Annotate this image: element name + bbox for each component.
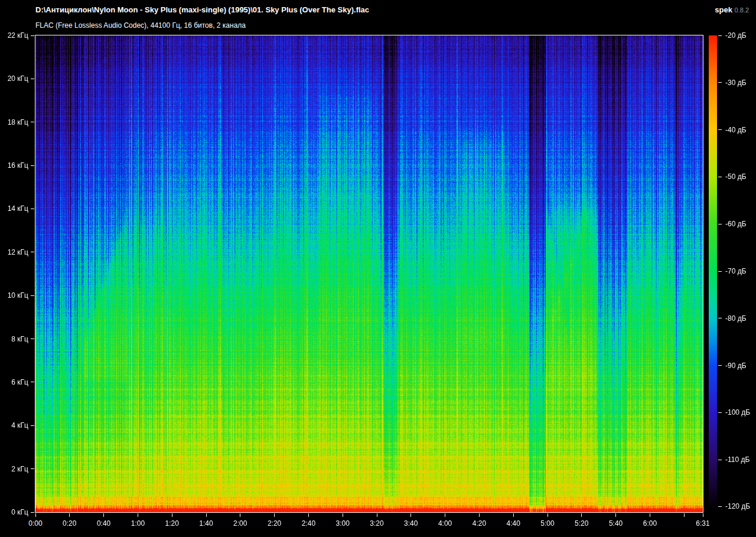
time-label: 0:20 xyxy=(57,519,83,528)
db-label: -80 дБ xyxy=(725,314,747,323)
time-label: 5:00 xyxy=(535,519,561,528)
freq-label: 6 кГц xyxy=(1,378,28,386)
freq-tick xyxy=(31,122,34,122)
freq-tick xyxy=(31,382,34,382)
time-tick xyxy=(69,513,70,517)
freq-label: 18 кГц xyxy=(1,118,28,126)
time-tick xyxy=(513,513,514,517)
time-tick xyxy=(35,513,36,517)
time-label: 2:20 xyxy=(262,519,288,528)
time-label: 5:20 xyxy=(569,519,595,528)
spek-window: D:\Антициклон\Nylon Moon - Sky Plus (max… xyxy=(0,0,756,537)
time-tick xyxy=(410,513,411,517)
time-tick xyxy=(138,513,138,517)
time-tick xyxy=(343,513,343,517)
db-tick xyxy=(718,412,722,413)
time-label: 1:20 xyxy=(159,519,185,528)
db-label: -30 дБ xyxy=(725,79,747,87)
time-tick xyxy=(445,513,445,517)
freq-tick xyxy=(31,209,34,209)
freq-tick xyxy=(31,165,34,166)
freq-label: 12 кГц xyxy=(1,248,28,256)
db-label: -40 дБ xyxy=(725,126,747,134)
freq-tick xyxy=(31,252,34,252)
time-label: 3:40 xyxy=(398,519,424,528)
time-label: 5:40 xyxy=(603,519,629,528)
freq-tick xyxy=(31,79,34,79)
time-tick xyxy=(479,513,480,517)
time-label: 4:40 xyxy=(500,519,526,528)
time-tick xyxy=(206,513,207,517)
time-label: 3:00 xyxy=(330,519,356,528)
time-label: 3:20 xyxy=(364,519,390,528)
freq-label: 0 кГц xyxy=(1,508,28,516)
db-label: -120 дБ xyxy=(725,502,750,510)
db-tick xyxy=(718,224,722,224)
time-label: 4:20 xyxy=(466,519,492,528)
freq-tick xyxy=(31,35,34,36)
app-version-number: 0.8.2 xyxy=(735,6,749,14)
db-tick xyxy=(718,129,722,130)
time-label: 2:40 xyxy=(295,519,321,528)
db-label: -100 дБ xyxy=(725,408,750,416)
db-tick xyxy=(718,365,722,366)
freq-label: 14 кГц xyxy=(1,204,28,213)
db-tick xyxy=(718,460,722,460)
db-label: -90 дБ xyxy=(725,362,747,370)
db-tick xyxy=(718,318,722,318)
time-tick xyxy=(684,513,685,517)
db-tick xyxy=(718,271,722,272)
db-label: -20 дБ xyxy=(725,31,747,40)
time-tick xyxy=(103,513,104,517)
db-tick xyxy=(718,506,722,507)
file-info: FLAC (Free Lossless Audio Codec), 44100 … xyxy=(35,21,246,30)
db-label: -110 дБ xyxy=(725,455,750,464)
db-label: -50 дБ xyxy=(725,173,747,181)
time-tick xyxy=(615,513,616,517)
freq-tick xyxy=(31,339,34,339)
spectrogram-canvas xyxy=(35,35,703,512)
freq-label: 10 кГц xyxy=(1,291,28,300)
db-label: -60 дБ xyxy=(725,220,747,228)
time-label: 1:00 xyxy=(125,519,151,528)
time-label: 2:00 xyxy=(227,519,253,528)
db-tick xyxy=(718,82,722,83)
time-label: 1:40 xyxy=(193,519,219,528)
freq-label: 8 кГц xyxy=(1,335,28,343)
time-tick xyxy=(650,513,650,517)
freq-label: 20 кГц xyxy=(1,74,28,83)
time-tick xyxy=(274,513,275,517)
freq-tick xyxy=(31,468,34,469)
time-tick xyxy=(172,513,172,517)
time-tick xyxy=(308,513,309,517)
freq-label: 16 кГц xyxy=(1,161,28,170)
app-version: spek 0.8.2 xyxy=(715,5,749,14)
db-tick xyxy=(718,177,722,177)
time-tick xyxy=(377,513,377,517)
time-label: 6:00 xyxy=(637,519,663,528)
colorbar-legend xyxy=(709,35,717,507)
freq-tick xyxy=(31,512,34,513)
time-tick xyxy=(581,513,582,517)
db-tick xyxy=(718,35,722,36)
time-label: 4:00 xyxy=(432,519,458,528)
freq-tick xyxy=(31,425,34,426)
time-tick xyxy=(703,513,703,517)
file-path: D:\Антициклон\Nylon Moon - Sky Plus (max… xyxy=(35,5,369,14)
time-tick xyxy=(240,513,240,517)
freq-label: 2 кГц xyxy=(1,465,28,473)
freq-label: 4 кГц xyxy=(1,421,28,429)
time-tick xyxy=(548,513,548,517)
time-label: 0:40 xyxy=(91,519,117,528)
freq-label: 22 кГц xyxy=(1,31,28,40)
time-label: 6:31 xyxy=(690,519,716,528)
time-label: 0:00 xyxy=(22,519,48,528)
app-name: spek xyxy=(715,5,732,14)
freq-tick xyxy=(31,295,34,296)
db-label: -70 дБ xyxy=(725,267,747,275)
